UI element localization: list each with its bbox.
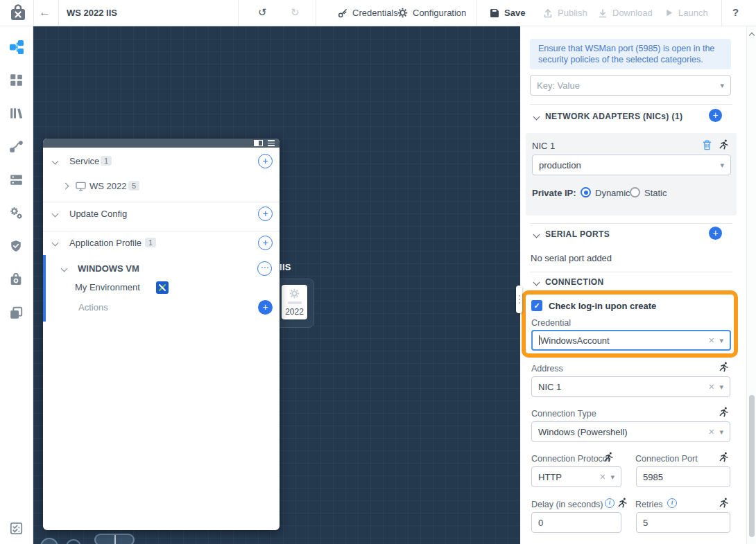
- divider: [476, 0, 477, 26]
- collapse-panel-icon[interactable]: [254, 140, 263, 146]
- nav-gears-icon[interactable]: [10, 207, 24, 220]
- undo-icon[interactable]: ↺: [258, 6, 267, 19]
- tree-row-windows-vm[interactable]: WINDOWS VM ⋯: [43, 261, 280, 277]
- divider: [530, 104, 732, 105]
- private-ip-label: Private IP:: [532, 188, 576, 198]
- chevron-down-icon[interactable]: [533, 114, 540, 121]
- tree-label-ws2022[interactable]: WS 2022: [89, 181, 126, 191]
- add-serial-port-button[interactable]: +: [709, 227, 722, 240]
- panel-resize-handle[interactable]: [516, 286, 522, 313]
- tree-label-application-profile[interactable]: Application Profile: [69, 238, 141, 248]
- nav-audit-checklist-icon[interactable]: [10, 522, 24, 536]
- runtime-editable-icon[interactable]: [603, 452, 614, 462]
- add-action-button[interactable]: +: [258, 300, 273, 315]
- radio-static[interactable]: [630, 187, 640, 198]
- clear-icon[interactable]: ✕: [708, 428, 714, 437]
- address-select[interactable]: NIC 1 ✕ ▾: [531, 376, 730, 397]
- download-button[interactable]: Download: [598, 0, 653, 26]
- tree-label-service[interactable]: Service: [69, 156, 99, 166]
- tree-row-service[interactable]: Service 1 +: [43, 154, 280, 169]
- chevron-down-icon[interactable]: [61, 265, 68, 272]
- save-button[interactable]: Save: [490, 0, 525, 26]
- list-view-icon[interactable]: [268, 140, 275, 146]
- tree-label-update-config[interactable]: Update Config: [69, 209, 127, 219]
- divider: [43, 202, 280, 202]
- profile-more-button[interactable]: ⋯: [257, 261, 272, 276]
- add-nic-button[interactable]: +: [709, 109, 722, 122]
- chevron-right-icon[interactable]: [62, 183, 69, 190]
- check-login-label[interactable]: Check log-in upon create: [549, 301, 656, 311]
- delete-nic-icon[interactable]: [703, 140, 712, 153]
- add-profile-button[interactable]: +: [258, 236, 273, 250]
- nav-marketplace-bag-icon[interactable]: [10, 273, 24, 287]
- connection-type-select[interactable]: Windows (Powershell) ✕ ▾: [531, 421, 730, 442]
- runtime-editable-icon[interactable]: [719, 139, 729, 150]
- chevron-down-icon[interactable]: [52, 240, 59, 247]
- canvas-zoom-out-button[interactable]: [66, 539, 81, 544]
- retries-input-wrap: [636, 512, 730, 533]
- nic-network-select[interactable]: production ▾: [532, 155, 731, 175]
- help-button[interactable]: ?: [732, 6, 739, 18]
- nav-shield-check-icon[interactable]: [10, 240, 24, 254]
- clear-icon[interactable]: ✕: [708, 383, 714, 392]
- divider: [721, 0, 722, 26]
- runtime-editable-icon[interactable]: [719, 407, 729, 417]
- runtime-editable-icon[interactable]: [617, 498, 628, 508]
- retries-input[interactable]: [643, 518, 723, 528]
- port-input[interactable]: [643, 472, 723, 482]
- runtime-editable-icon[interactable]: [719, 498, 729, 508]
- service-node-label: IIS: [280, 262, 291, 272]
- delay-input[interactable]: [538, 518, 615, 528]
- add-update-config-button[interactable]: +: [258, 207, 273, 221]
- runtime-editable-icon[interactable]: [719, 362, 729, 372]
- protocol-select[interactable]: HTTP ✕ ▾: [531, 466, 621, 487]
- scrollbar-thumb[interactable]: [749, 395, 755, 537]
- tree-row-application-profile[interactable]: Application Profile 1 +: [43, 236, 280, 251]
- radio-dynamic-label[interactable]: Dynamic: [595, 188, 630, 198]
- wsman-info-banner: Ensure that WSMan port (5985) is open in…: [530, 39, 731, 69]
- credentials-button[interactable]: Credentials: [338, 0, 398, 26]
- info-icon: i: [667, 498, 677, 508]
- tree-row-actions[interactable]: Actions +: [43, 300, 280, 315]
- radio-static-label[interactable]: Static: [644, 188, 667, 198]
- configuration-button[interactable]: Configuration: [397, 0, 466, 26]
- connection-header[interactable]: CONNECTION: [545, 277, 604, 287]
- canvas-fit-toggle[interactable]: [94, 534, 135, 544]
- nav-library-icon[interactable]: [10, 107, 24, 121]
- tree-label-my-environment[interactable]: My Environment: [75, 282, 140, 292]
- redo-icon[interactable]: ↻: [291, 6, 300, 19]
- tree-label-actions[interactable]: Actions: [78, 302, 108, 313]
- nav-infrastructure-icon[interactable]: [10, 173, 24, 187]
- canvas-zoom-button[interactable]: [40, 538, 58, 544]
- tree-label-windows-vm[interactable]: WINDOWS VM: [78, 263, 139, 274]
- publish-button[interactable]: Publish: [543, 0, 587, 26]
- serial-ports-header[interactable]: SERIAL PORTS: [545, 229, 610, 239]
- nav-apps-grid-icon[interactable]: [10, 73, 24, 87]
- categories-select[interactable]: Key: Value ▾: [530, 75, 731, 96]
- launch-button[interactable]: Launch: [664, 0, 708, 26]
- nav-flow-icon[interactable]: [10, 140, 24, 154]
- back-button[interactable]: ←: [39, 6, 51, 19]
- credential-select[interactable]: WindowsAccount ✕ ▾: [531, 330, 731, 351]
- blueprint-bag-icon[interactable]: [8, 3, 28, 23]
- text-caret: [539, 335, 540, 345]
- chevron-down-icon[interactable]: [52, 211, 59, 218]
- add-service-button[interactable]: +: [258, 154, 273, 168]
- network-adapters-header[interactable]: NETWORK ADAPTERS (NICs) (1): [545, 112, 682, 121]
- runtime-editable-icon[interactable]: [719, 452, 729, 462]
- tree-row-update-config[interactable]: Update Config +: [43, 207, 280, 222]
- clear-icon[interactable]: ✕: [708, 336, 714, 345]
- radio-dynamic[interactable]: [581, 187, 591, 198]
- tree-row-my-environment[interactable]: My Environment: [43, 280, 280, 295]
- nav-topology-icon[interactable]: [10, 40, 24, 54]
- chevron-down-icon[interactable]: [52, 158, 59, 165]
- address-label: Address: [531, 364, 563, 374]
- nav-projects-icon[interactable]: [10, 306, 24, 320]
- service-node-tile[interactable]: 2022: [282, 285, 307, 319]
- check-login-checkbox[interactable]: ✓: [531, 300, 542, 311]
- scroll-up-arrow[interactable]: [748, 33, 754, 38]
- clear-icon[interactable]: ✕: [599, 473, 605, 482]
- chevron-down-icon[interactable]: [533, 279, 540, 286]
- tree-row-ws2022[interactable]: WS 2022 5: [43, 179, 280, 194]
- chevron-down-icon[interactable]: [533, 231, 540, 238]
